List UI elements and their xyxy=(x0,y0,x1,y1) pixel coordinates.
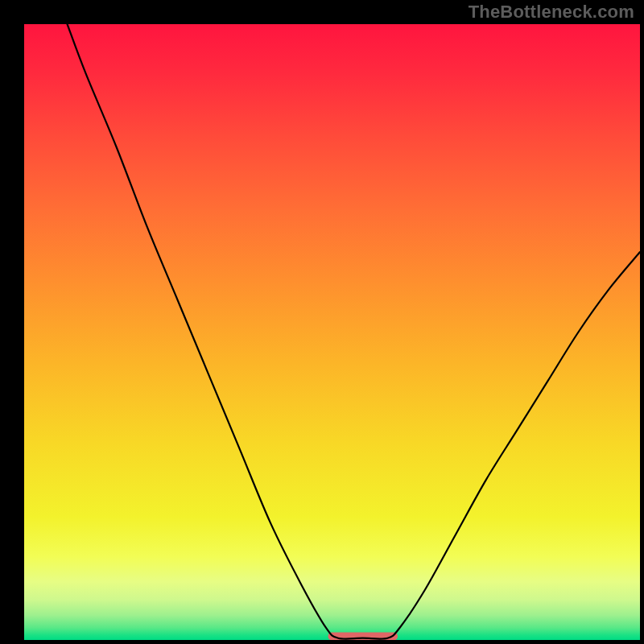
bottleneck-chart xyxy=(0,0,644,644)
gradient-background xyxy=(24,24,640,640)
watermark-text: TheBottleneck.com xyxy=(469,2,634,23)
chart-frame: TheBottleneck.com xyxy=(0,0,644,644)
